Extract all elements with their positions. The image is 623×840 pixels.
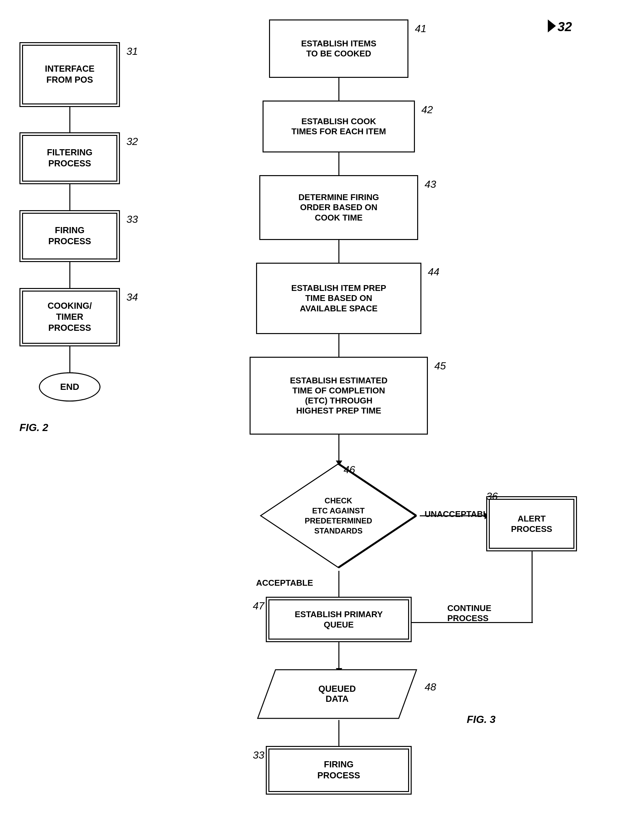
arrow-continue-v bbox=[532, 551, 532, 623]
fig3-label: FIG. 3 bbox=[467, 714, 496, 726]
ref-34: 34 bbox=[126, 291, 138, 303]
ref-33-fig2: 33 bbox=[126, 214, 138, 225]
arrow-firing-cooking bbox=[69, 262, 71, 288]
label-continue-process: CONTINUE PROCESS bbox=[447, 603, 491, 623]
diagram-container: INTERFACE FROM POS 31 FILTERING PROCESS … bbox=[0, 0, 623, 840]
arrow-41-42 bbox=[338, 78, 339, 100]
box-interface: INTERFACE FROM POS bbox=[20, 42, 120, 107]
box-cooking: COOKING/ TIMER PROCESS bbox=[20, 288, 120, 346]
ref-44: 44 bbox=[428, 266, 440, 278]
arrow-42-43 bbox=[338, 152, 339, 175]
arrow-acceptable bbox=[338, 571, 339, 597]
fig3-ref-arrow: 32 bbox=[551, 20, 572, 34]
label-acceptable: ACCEPTABLE bbox=[256, 578, 313, 588]
ref-45: 45 bbox=[434, 360, 446, 372]
box-filtering: FILTERING PROCESS bbox=[20, 132, 120, 184]
ref-41: 41 bbox=[415, 23, 427, 35]
arrow-45-46 bbox=[338, 435, 339, 460]
ref-33-fig3: 33 bbox=[253, 749, 264, 761]
box-alert: ALERT PROCESS bbox=[486, 496, 577, 551]
box-firing-fig2: FIRING PROCESS bbox=[20, 210, 120, 262]
arrow-47-48 bbox=[338, 642, 339, 668]
arrow-interface-filtering bbox=[69, 107, 71, 133]
arrow-filtering-firing bbox=[69, 184, 71, 210]
box-etc: ESTABLISH ESTIMATED TIME OF COMPLETION (… bbox=[250, 357, 428, 435]
parallelogram-queued-data: QUEUED DATA bbox=[256, 668, 418, 720]
ref-31: 31 bbox=[126, 45, 138, 57]
diamond-check-etc: CHECK ETC AGAINST PREDETERMINED STANDARD… bbox=[257, 460, 419, 571]
box-primary-queue: ESTABLISH PRIMARY QUEUE bbox=[266, 597, 412, 642]
arrow-unacceptable bbox=[420, 515, 485, 516]
box-cook-times: ESTABLISH COOK TIMES FOR EACH ITEM bbox=[262, 100, 415, 152]
fig2-label: FIG. 2 bbox=[20, 422, 48, 434]
oval-end: END bbox=[39, 372, 100, 402]
label-unacceptable: UNACCEPTABLE bbox=[425, 509, 494, 519]
arrow-44-45 bbox=[338, 334, 339, 357]
arrow-43-44 bbox=[338, 240, 339, 263]
box-firing-fig3: FIRING PROCESS bbox=[266, 746, 412, 795]
box-item-prep: ESTABLISH ITEM PREP TIME BASED ON AVAILA… bbox=[256, 263, 421, 334]
ref-42: 42 bbox=[421, 104, 433, 116]
ref-32: 32 bbox=[126, 135, 138, 148]
box-firing-order: DETERMINE FIRING ORDER BASED ON COOK TIM… bbox=[259, 175, 418, 240]
ref-47: 47 bbox=[253, 600, 264, 612]
ref-48: 48 bbox=[425, 681, 436, 693]
arrow-48-firing bbox=[338, 720, 339, 746]
ref-36: 36 bbox=[486, 491, 498, 502]
arrow-cooking-end bbox=[69, 346, 71, 372]
ref-43: 43 bbox=[425, 178, 436, 191]
box-establish-items: ESTABLISH ITEMS TO BE COOKED bbox=[269, 20, 408, 78]
ref-46: 46 bbox=[344, 464, 355, 476]
